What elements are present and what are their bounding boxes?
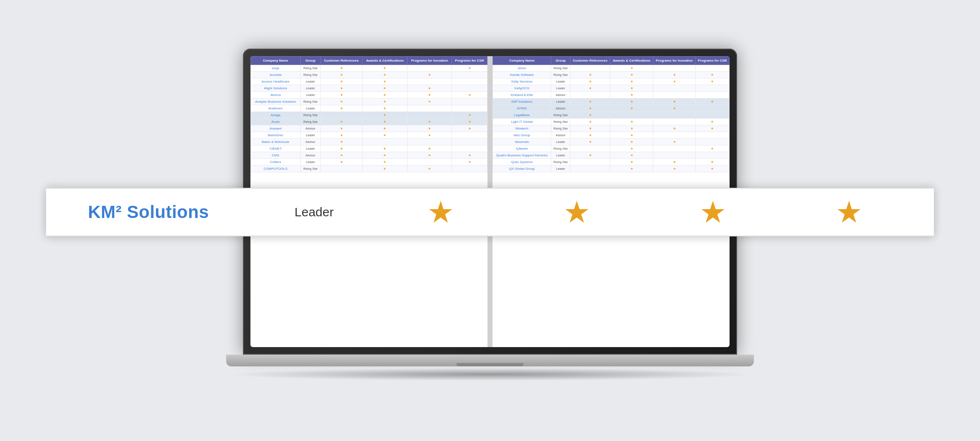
table-row: COMPUTOOLS Rising Star ★ ★ <box>251 166 487 172</box>
company-name-cell: Neo Group <box>493 132 551 139</box>
star-cell: ★ <box>362 85 407 92</box>
empty-cell <box>362 139 407 145</box>
star-cell: ★ <box>610 152 653 159</box>
star-cell: ★ <box>362 78 407 85</box>
star-icon: ★ <box>383 160 386 164</box>
empty-cell <box>570 145 610 152</box>
table-row: KM² Solutions Leader ★ ★ ★ ★ <box>493 99 730 105</box>
empty-cell <box>407 105 452 112</box>
table-row: Accedia Rising Star ★ ★ ★ <box>251 72 487 78</box>
table-row: QX Global Group Leader ★ ★ ★ <box>493 166 730 172</box>
star-icon: ★ <box>711 147 714 150</box>
right-table: Company Name Group Customer References A… <box>493 56 730 172</box>
empty-cell <box>452 145 487 152</box>
star-icon: ★ <box>630 80 633 83</box>
star-icon: ★ <box>589 120 592 124</box>
company-name-cell: Qulix Systems <box>493 159 551 166</box>
km2-star-2: ★ <box>563 197 591 227</box>
empty-cell <box>653 112 696 119</box>
star-icon: ★ <box>673 73 676 77</box>
group-badge-cell: Leader <box>551 99 570 105</box>
star-cell: ★ <box>653 99 696 105</box>
star-icon: ★ <box>468 120 471 124</box>
star-cell: ★ <box>362 152 407 159</box>
star-cell: ★ <box>610 139 653 145</box>
empty-cell <box>695 112 729 119</box>
star-icon: ★ <box>673 160 676 164</box>
star-cell: ★ <box>570 85 610 92</box>
table-row: Auriga Rising Star ★ ★ <box>251 112 487 119</box>
star-cell: ★ <box>610 119 653 125</box>
star-cell: ★ <box>653 159 696 166</box>
star-cell: ★ <box>407 125 452 132</box>
star-icon: ★ <box>711 73 714 77</box>
star-icon: ★ <box>468 127 471 130</box>
star-icon: ★ <box>711 120 714 124</box>
star-icon: ★ <box>468 160 471 164</box>
star-icon: ★ <box>340 147 343 150</box>
star-icon: ★ <box>428 153 431 157</box>
star-icon: ★ <box>340 66 343 70</box>
company-name-cell: Kanda Software <box>493 72 551 78</box>
table-row: Analytix Business Solutions Rising Star … <box>251 99 487 105</box>
star-cell: ★ <box>452 65 487 72</box>
km2-star-4: ★ <box>836 197 863 227</box>
empty-cell <box>570 92 610 99</box>
star-cell: ★ <box>570 125 610 132</box>
star-cell: ★ <box>362 65 407 72</box>
company-name-cell: QAwerk <box>493 145 551 152</box>
star-icon: ★ <box>673 100 676 104</box>
empty-cell <box>407 159 452 166</box>
star-icon: ★ <box>383 167 386 171</box>
star-cell: ★ <box>362 112 407 119</box>
empty-cell <box>695 152 729 159</box>
company-name-cell: Alight Solutions <box>251 85 301 92</box>
km2-highlight-row: KM² Solutions Leader ★ ★ ★ ★ <box>46 188 934 236</box>
star-icon: ★ <box>383 106 386 110</box>
empty-cell <box>695 139 729 145</box>
table-row: Baker & McKenzie Advisor ★ <box>251 139 487 145</box>
left-header-col2: Awards & Certifications <box>362 57 407 65</box>
group-badge-cell: Rising Star <box>551 72 570 78</box>
empty-cell <box>695 132 729 139</box>
company-name-cell: Auriga <box>251 112 301 119</box>
star-cell: ★ <box>610 65 653 72</box>
star-cell: ★ <box>362 119 407 125</box>
star-cell: ★ <box>610 78 653 85</box>
group-badge-cell: Leader <box>300 92 320 99</box>
company-name-cell: Baker & McKenzie <box>251 139 301 145</box>
star-icon: ★ <box>589 106 592 110</box>
company-name-cell: Accedia <box>251 72 301 78</box>
star-cell: ★ <box>407 85 452 92</box>
table-row: CIENET Leader ★ ★ ★ <box>251 145 487 152</box>
star-cell: ★ <box>610 125 653 132</box>
group-badge-cell: Leader <box>551 152 570 159</box>
empty-cell <box>695 92 729 99</box>
star-icon: ★ <box>383 153 386 157</box>
star-cell: ★ <box>610 99 653 105</box>
table-row: a1qa Rising Star ★ ★ ★ <box>251 65 487 72</box>
star-cell: ★ <box>362 72 407 78</box>
group-badge-cell: Leader <box>551 78 570 85</box>
group-badge-cell: Leader <box>300 85 320 92</box>
star-icon: ★ <box>630 127 633 130</box>
star-cell: ★ <box>653 105 696 112</box>
table-row: BairesDev Leader ★ ★ ★ <box>251 132 487 139</box>
company-name-cell: KPMG <box>493 105 551 112</box>
star-icon: ★ <box>428 73 431 77</box>
empty-cell <box>653 119 696 125</box>
star-cell: ★ <box>407 92 452 99</box>
table-row: Colliers Leader ★ ★ ★ <box>251 159 487 166</box>
group-badge-cell: Leader <box>300 105 320 112</box>
star-cell: ★ <box>610 159 653 166</box>
star-icon: ★ <box>630 73 633 77</box>
table-row: Miratech Rising Star ★ ★ ★ ★ <box>493 125 730 132</box>
group-badge-cell: Rising Star <box>300 65 320 72</box>
star-cell: ★ <box>320 152 362 159</box>
table-row: Light IT Global Rising Star ★ ★ ★ <box>493 119 730 125</box>
star-cell: ★ <box>320 139 362 145</box>
star-cell: ★ <box>320 85 362 92</box>
star-cell: ★ <box>653 72 696 78</box>
star-cell: ★ <box>362 92 407 99</box>
group-badge-cell: Rising Star <box>300 72 320 78</box>
